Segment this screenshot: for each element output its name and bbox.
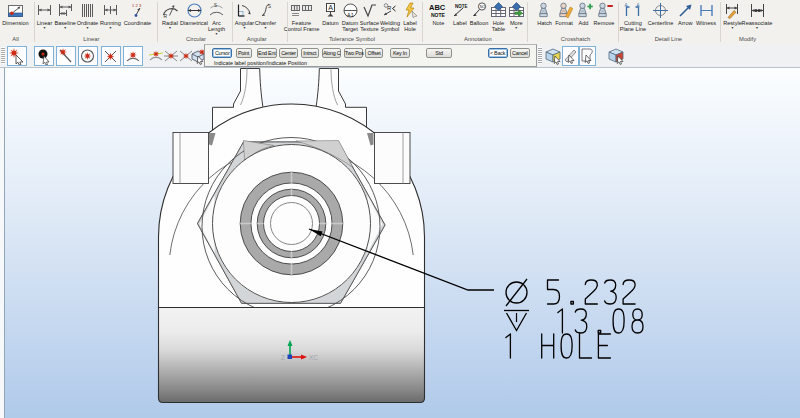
svg-text:A: A — [625, 3, 628, 8]
svg-text:S: S — [268, 4, 271, 9]
svg-text:S: S — [214, 3, 217, 8]
svg-text:1 2 3: 1 2 3 — [132, 3, 142, 8]
svg-text:R: R — [163, 13, 167, 19]
svg-text:XC: XC — [309, 354, 318, 361]
svg-text:Z: Z — [281, 354, 285, 361]
